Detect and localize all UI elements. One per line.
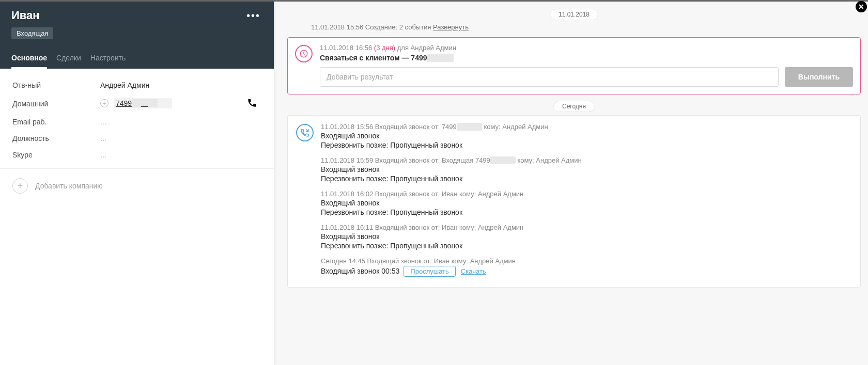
plus-icon: + — [12, 178, 28, 194]
call-title: Входящий звонок — [321, 132, 852, 140]
contact-fields: Отв-ный Андрей Админ Домашний + 7499xx E… — [0, 69, 274, 168]
call-title: Входящий звонок — [321, 199, 852, 207]
phone-number-link[interactable]: 7499xx — [114, 98, 172, 108]
call-meta: Сегодня 14:45 Входящий звонок от: Иван к… — [321, 257, 852, 265]
clock-icon — [295, 45, 313, 62]
task-title: Связаться с клиентом — 7499xx — [320, 54, 853, 62]
contact-tag[interactable]: Входящая — [11, 27, 53, 39]
add-company-label: Добавить компанию — [35, 182, 103, 190]
calls-card: 11.01.2018 15:56 Входящий звонок от: 749… — [287, 115, 861, 288]
contact-tabs: Основное Сделки Настроить — [11, 50, 262, 69]
download-link[interactable]: Скачать — [461, 267, 486, 275]
task-result-input[interactable] — [320, 67, 779, 87]
task-meta: 11.01.2018 16:56 (3 дня) для Андрей Адми… — [320, 44, 853, 52]
field-email-work: Email раб. ... — [12, 114, 261, 130]
call-item: 11.01.2018 16:11 Входящий звонок от: Ива… — [321, 224, 852, 250]
close-button[interactable]: ✕ — [856, 1, 867, 12]
call-item: Сегодня 14:45 Входящий звонок от: Иван к… — [321, 257, 852, 277]
field-value[interactable]: ... — [100, 134, 106, 142]
field-skype: Skype ... — [12, 147, 261, 163]
contact-panel: Иван ••• Входящая Основное Сделки Настро… — [0, 2, 274, 365]
contact-name: Иван — [11, 9, 40, 22]
date-separator: 11.01.2018 — [287, 10, 861, 18]
call-result: Перезвонить позже: Пропущенный звонок — [321, 174, 852, 183]
field-value[interactable]: Андрей Админ — [100, 81, 149, 89]
field-label: Домашний — [12, 100, 100, 108]
call-meta: 11.01.2018 16:11 Входящий звонок от: Ива… — [321, 224, 852, 231]
field-label: Email раб. — [12, 118, 100, 126]
field-home-phone: Домашний + 7499xx — [12, 93, 261, 114]
call-result: Перезвонить позже: Пропущенный звонок — [321, 242, 852, 250]
date-separator-label: Сегодня — [553, 101, 595, 112]
call-meta: 11.01.2018 15:56 Входящий звонок от: 749… — [321, 123, 852, 131]
field-label: Skype — [12, 151, 100, 159]
call-icon[interactable] — [247, 98, 261, 109]
contact-header: Иван ••• Входящая Основное Сделки Настро… — [0, 2, 274, 69]
task-done-button[interactable]: Выполнить — [785, 67, 853, 87]
call-result: Перезвонить позже: Пропущенный звонок — [321, 141, 852, 149]
call-item: 11.01.2018 16:02 Входящий звонок от: Ива… — [321, 190, 852, 216]
field-value[interactable]: ... — [100, 118, 106, 126]
field-value: + 7499xx — [100, 99, 172, 108]
field-responsible: Отв-ный Андрей Админ — [12, 77, 261, 93]
call-title: Входящий звонок — [321, 232, 852, 241]
date-separator-label: 11.01.2018 — [550, 9, 598, 20]
field-label: Отв-ный — [12, 81, 100, 89]
task-card: 11.01.2018 16:56 (3 дня) для Андрей Адми… — [287, 37, 861, 94]
call-title: Входящий звонок 00:53ПрослушатьСкачать — [321, 266, 852, 277]
field-label: Должность — [12, 134, 100, 142]
call-title: Входящий звонок — [321, 165, 852, 173]
call-item: 11.01.2018 15:59 Входящий звонок от: Вхо… — [321, 156, 852, 183]
timeline-panel: 11.01.2018 11.01.2018 15:56 Создание: 2 … — [274, 2, 868, 365]
call-meta: 11.01.2018 16:02 Входящий звонок от: Ива… — [321, 190, 852, 198]
field-position: Должность ... — [12, 130, 261, 147]
call-meta: 11.01.2018 15:59 Входящий звонок от: Вхо… — [321, 156, 852, 164]
tab-deals[interactable]: Сделки — [56, 50, 81, 69]
incoming-call-icon — [296, 124, 314, 141]
field-value[interactable]: ... — [100, 151, 106, 159]
tab-main[interactable]: Основное — [11, 50, 47, 69]
date-separator: Сегодня — [287, 102, 861, 110]
add-company-button[interactable]: + Добавить компанию — [0, 168, 274, 203]
call-item: 11.01.2018 15:56 Входящий звонок от: 749… — [321, 123, 852, 149]
expand-link[interactable]: Развернуть — [433, 23, 469, 31]
more-menu-icon[interactable]: ••• — [244, 10, 262, 22]
tab-settings[interactable]: Настроить — [90, 50, 126, 69]
creation-summary: 11.01.2018 15:56 Создание: 2 события Раз… — [311, 23, 861, 31]
listen-button[interactable]: Прослушать — [404, 266, 456, 277]
call-result: Перезвонить позже: Пропущенный звонок — [321, 208, 852, 216]
add-phone-icon[interactable]: + — [100, 99, 109, 107]
